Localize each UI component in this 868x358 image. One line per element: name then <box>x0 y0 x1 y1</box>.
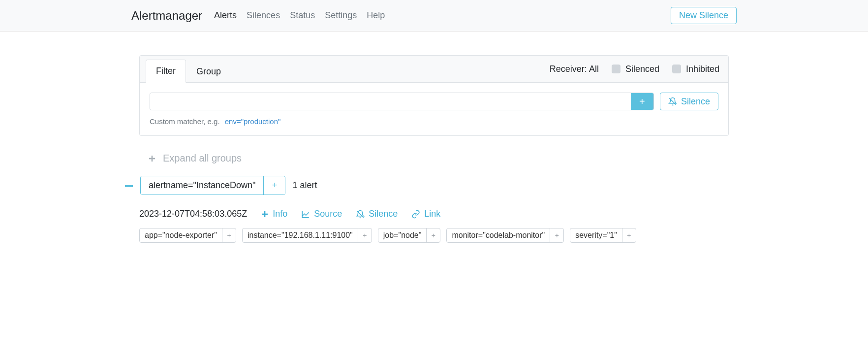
label-pill: app="node-exporter" + <box>139 228 236 243</box>
filter-card-header: Filter Group Receiver: All Silenced Inhi… <box>140 56 728 82</box>
alert-timestamp: 2023-12-07T04:58:03.065Z <box>139 209 247 219</box>
label-add[interactable]: + <box>622 228 636 242</box>
nav-settings[interactable]: Settings <box>325 10 357 21</box>
chart-icon <box>301 210 310 219</box>
nav-help[interactable]: Help <box>367 10 385 21</box>
silence-button-label: Silence <box>681 97 710 107</box>
bell-off-icon <box>668 97 677 106</box>
silence-action[interactable]: Silence <box>356 209 398 219</box>
nav-silences[interactable]: Silences <box>247 10 280 21</box>
nav-links: Alerts Silences Status Settings Help <box>214 10 671 21</box>
filter-input[interactable] <box>150 93 631 110</box>
label-text[interactable]: app="node-exporter" <box>140 228 222 242</box>
inhibited-checkbox[interactable]: Inhibited <box>672 64 719 74</box>
plus-icon <box>148 155 156 163</box>
label-text[interactable]: job="node" <box>378 228 427 242</box>
group-tag: alertname="InstanceDown" + <box>140 176 285 195</box>
minus-icon <box>125 185 133 187</box>
receiver-label[interactable]: Receiver: All <box>550 64 599 74</box>
inhibited-label: Inhibited <box>686 64 719 74</box>
filter-card-body: + Silence Custom matcher, e.g. env="prod… <box>140 82 728 135</box>
silenced-checkbox[interactable]: Silenced <box>612 64 659 74</box>
navbar: Alertmanager Alerts Silences Status Sett… <box>0 0 868 32</box>
silence-button[interactable]: Silence <box>660 93 718 110</box>
silenced-label: Silenced <box>625 64 659 74</box>
tab-filter[interactable]: Filter <box>146 60 186 83</box>
brand: Alertmanager <box>131 9 202 23</box>
group-tag-text[interactable]: alertname="InstanceDown" <box>141 176 263 195</box>
collapse-group-icon[interactable] <box>124 179 133 192</box>
svg-rect-2 <box>149 158 155 159</box>
label-text[interactable]: severity="1" <box>570 228 622 242</box>
info-label: Info <box>273 209 287 219</box>
nav-alerts[interactable]: Alerts <box>214 10 237 21</box>
filter-input-group: + <box>150 93 654 110</box>
alert-count: 1 alert <box>292 180 317 191</box>
expand-all-label: Expand all groups <box>163 153 242 164</box>
label-add[interactable]: + <box>550 228 563 242</box>
label-pill: instance="192.168.1.11:9100" + <box>242 228 372 243</box>
silence-action-label: Silence <box>369 209 398 219</box>
link-action[interactable]: Link <box>411 209 440 219</box>
svg-rect-5 <box>262 213 268 215</box>
nav-status[interactable]: Status <box>290 10 315 21</box>
helper-example: env="production" <box>225 117 281 126</box>
label-pill: severity="1" + <box>570 228 636 243</box>
checkbox-icon <box>612 65 620 73</box>
source-action[interactable]: Source <box>301 209 342 219</box>
label-pill: monitor="codelab-monitor" + <box>446 228 564 243</box>
label-text[interactable]: monitor="codelab-monitor" <box>447 228 550 242</box>
group-tag-add[interactable]: + <box>263 176 285 195</box>
filter-card: Filter Group Receiver: All Silenced Inhi… <box>139 55 729 136</box>
label-pill: job="node" + <box>378 228 441 243</box>
new-silence-label: New Silence <box>679 10 728 21</box>
label-add[interactable]: + <box>358 228 372 242</box>
filter-helper: Custom matcher, e.g. env="production" <box>150 117 718 126</box>
label-add[interactable]: + <box>222 228 236 242</box>
link-label: Link <box>424 209 440 219</box>
info-action[interactable]: Info <box>261 209 287 219</box>
tab-group[interactable]: Group <box>186 60 231 83</box>
checkbox-icon <box>672 65 681 73</box>
alert-group-row: alertname="InstanceDown" + 1 alert <box>139 176 729 195</box>
alert-actions-row: 2023-12-07T04:58:03.065Z Info Source Sil… <box>139 209 729 219</box>
alert-labels-row: app="node-exporter" + instance="192.168.… <box>139 228 729 243</box>
filter-add-button[interactable]: + <box>631 93 653 110</box>
svg-rect-3 <box>125 185 133 187</box>
source-label: Source <box>314 209 342 219</box>
expand-all-groups[interactable]: Expand all groups <box>148 153 729 164</box>
link-icon <box>411 210 420 219</box>
helper-prefix: Custom matcher, e.g. <box>150 117 220 126</box>
label-add[interactable]: + <box>426 228 440 242</box>
plus-icon <box>261 210 269 218</box>
bell-off-icon <box>356 210 365 219</box>
label-text[interactable]: instance="192.168.1.11:9100" <box>243 228 358 242</box>
new-silence-button[interactable]: New Silence <box>671 7 737 24</box>
